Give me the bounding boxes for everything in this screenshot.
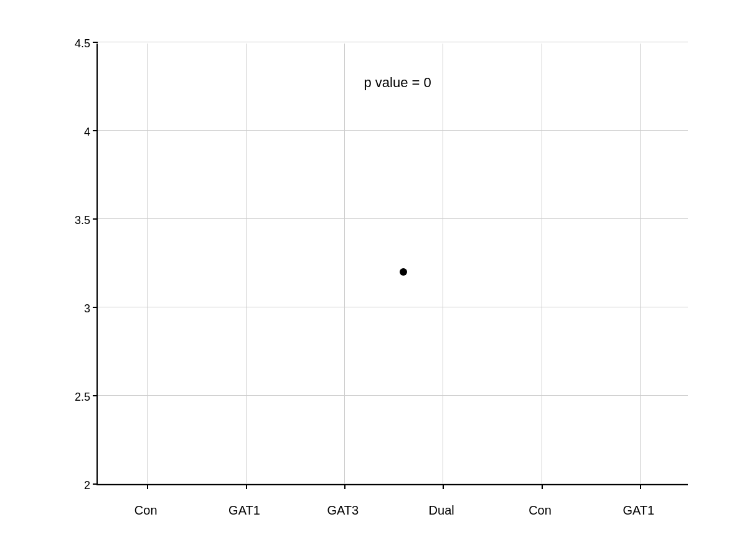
y-tick-label: 3 [84, 302, 90, 315]
chart-wrapper: 22.533.544.5 p value = 0 ConGAT1GAT3Dual… [47, 25, 700, 535]
y-tick-labels: 22.533.544.5 [47, 44, 93, 485]
grid-line-v [147, 44, 148, 484]
x-tick-label: Con [491, 492, 589, 529]
grid-line-h [98, 483, 688, 484]
x-tick-label: Dual [392, 492, 491, 529]
grid-line-v [246, 44, 247, 484]
grid-line-h [98, 42, 688, 42]
grid-line-v [443, 44, 443, 484]
grid-line-v [344, 44, 345, 484]
grid-line-h [98, 218, 688, 219]
y-tick-label: 4 [84, 126, 90, 139]
x-tick-label: Con [96, 492, 195, 529]
y-tick-label: 2 [84, 479, 90, 492]
chart-container: 22.533.544.5 p value = 0 ConGAT1GAT3Dual… [0, 0, 747, 560]
chart-plot-area: p value = 0 [96, 44, 688, 485]
y-tick-label: 4.5 [75, 37, 90, 50]
x-tick-label: GAT1 [195, 492, 293, 529]
grid-line-h [98, 130, 688, 131]
data-point [400, 268, 407, 276]
grid-line-v [640, 44, 641, 484]
y-tick-label: 3.5 [75, 214, 90, 227]
x-tick-label: GAT1 [590, 492, 688, 529]
p-value-label: p value = 0 [364, 75, 431, 91]
y-tick-label: 2.5 [75, 391, 90, 404]
x-tick-label: GAT3 [294, 492, 392, 529]
grid-line-v [542, 44, 542, 484]
grid-line-h [98, 307, 688, 307]
x-tick-labels: ConGAT1GAT3DualConGAT1 [96, 492, 688, 529]
grid-line-h [98, 395, 688, 396]
